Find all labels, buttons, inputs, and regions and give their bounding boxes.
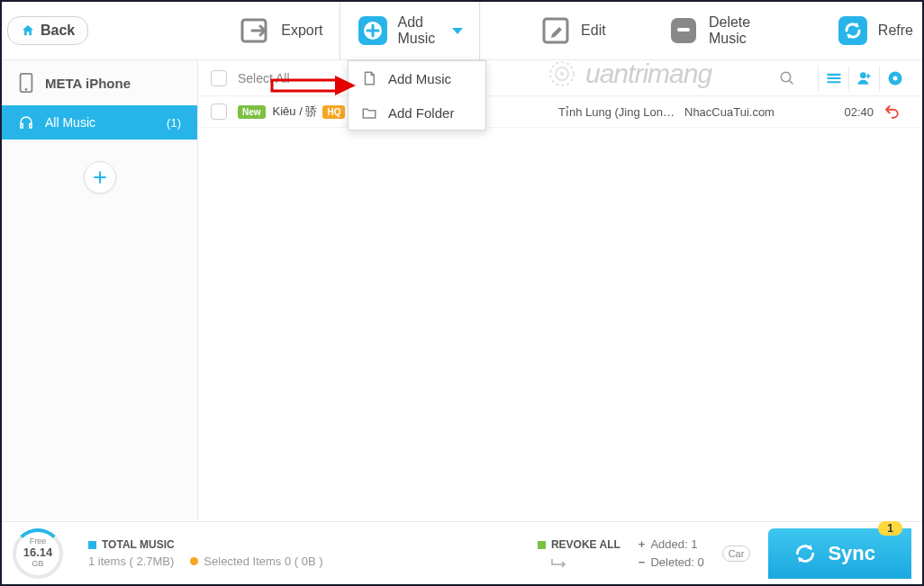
add-playlist-button[interactable] (84, 161, 116, 194)
list-view-button[interactable] (818, 66, 848, 91)
export-label: Export (281, 23, 322, 39)
dot-icon (538, 541, 546, 549)
list-header: Select All (198, 60, 922, 96)
export-icon (240, 14, 272, 47)
delete-music-icon (667, 14, 700, 47)
add-music-dropdown: Add Music Add Folder (348, 60, 486, 131)
svg-point-12 (25, 88, 28, 91)
toolbar: Back Export Add Music Edit Delete Music … (2, 2, 922, 60)
sync-icon (793, 542, 817, 565)
dropdown-add-folder[interactable]: Add Folder (349, 95, 485, 130)
row-checkbox[interactable] (211, 104, 227, 120)
content-area: Select All (198, 60, 922, 519)
track-artist: Tỉnh Lung (Jing Long),... (558, 105, 675, 119)
badge-new: New (238, 105, 266, 119)
revoke-arrow-icon (550, 557, 568, 568)
svg-point-14 (860, 72, 866, 78)
undo-button[interactable] (874, 104, 910, 120)
folder-icon (361, 104, 377, 121)
search-icon (779, 70, 795, 86)
sync-badge: 1 (878, 521, 902, 536)
total-music-label: TOTAL MUSIC (102, 538, 175, 551)
storage-unit: GB (32, 560, 43, 569)
badge-hq: HQ (322, 105, 345, 119)
undo-icon (883, 104, 900, 120)
add-music-icon (357, 14, 389, 47)
sidebar: META iPhone All Music (1) (2, 60, 198, 519)
storage-value: 16.14 (23, 546, 53, 559)
svg-rect-6 (838, 16, 867, 45)
delete-music-label: Delete Music (709, 14, 768, 47)
deleted-label: Deleted: 0 (650, 554, 703, 572)
edit-icon (539, 14, 572, 47)
select-all-label: Select All (238, 71, 290, 86)
list-icon (825, 69, 843, 87)
refresh-label: Refre (878, 23, 913, 39)
track-album: NhacCuaTui.com (684, 105, 793, 119)
disc-view-button[interactable] (879, 66, 910, 91)
svg-point-16 (892, 76, 897, 80)
track-duration: 02:40 (820, 105, 874, 119)
refresh-button[interactable]: Refre (820, 2, 917, 60)
selected-items-label: Selected Items 0 ( 0B ) (204, 554, 322, 568)
delete-music-button[interactable]: Delete Music (651, 2, 784, 60)
revoke-all-label: REVOKE ALL (551, 538, 621, 551)
dropdown-add-music-label: Add Music (388, 71, 451, 86)
search-button[interactable] (769, 66, 805, 91)
person-icon (856, 69, 874, 87)
back-label: Back (41, 23, 75, 39)
sync-label: Sync (828, 542, 875, 565)
disc-icon (886, 69, 904, 87)
total-music-value: 1 items ( 2.7MB) (88, 554, 174, 568)
export-button[interactable]: Export (223, 2, 339, 60)
device-row[interactable]: META iPhone (2, 60, 197, 105)
storage-meter: Free 16.14 GB (13, 528, 63, 579)
device-name: META iPhone (45, 76, 131, 91)
edit-label: Edit (581, 23, 606, 39)
file-icon (361, 70, 377, 86)
sync-button[interactable]: 1 Sync (768, 528, 911, 579)
all-music-label: All Music (45, 115, 95, 130)
footer: Free 16.14 GB TOTAL MUSIC 1 items ( 2.7M… (2, 521, 922, 584)
all-music-count: (1) (167, 116, 181, 130)
dot-icon (190, 557, 198, 565)
dropdown-add-music[interactable]: Add Music (349, 61, 485, 95)
refresh-icon (837, 14, 869, 47)
add-music-button[interactable]: Add Music (340, 2, 480, 60)
dropdown-caret-icon (452, 28, 463, 34)
change-stats: +Added: 1 −Deleted: 0 (639, 536, 704, 571)
svg-rect-5 (677, 28, 690, 32)
select-all-checkbox[interactable] (211, 70, 227, 86)
track-name: Kiêu / 骄 (273, 104, 318, 120)
back-button[interactable]: Back (7, 16, 88, 45)
table-row[interactable]: New Kiêu / 骄 HQ MP3 Tỉnh Lung (Jing Long… (198, 96, 922, 128)
dot-icon (88, 541, 96, 549)
edit-button[interactable]: Edit (523, 2, 622, 60)
plus-icon: + (639, 536, 646, 554)
add-music-label: Add Music (398, 14, 439, 47)
added-label: Added: 1 (650, 536, 697, 554)
contact-view-button[interactable] (848, 66, 879, 91)
phone-icon (18, 73, 34, 93)
minus-icon: − (639, 554, 646, 572)
dropdown-add-folder-label: Add Folder (388, 105, 454, 121)
car-badge[interactable]: Car (722, 545, 751, 562)
plus-icon (91, 168, 109, 186)
sidebar-all-music[interactable]: All Music (1) (2, 105, 197, 140)
home-icon (21, 23, 35, 38)
headphones-icon (18, 114, 34, 131)
